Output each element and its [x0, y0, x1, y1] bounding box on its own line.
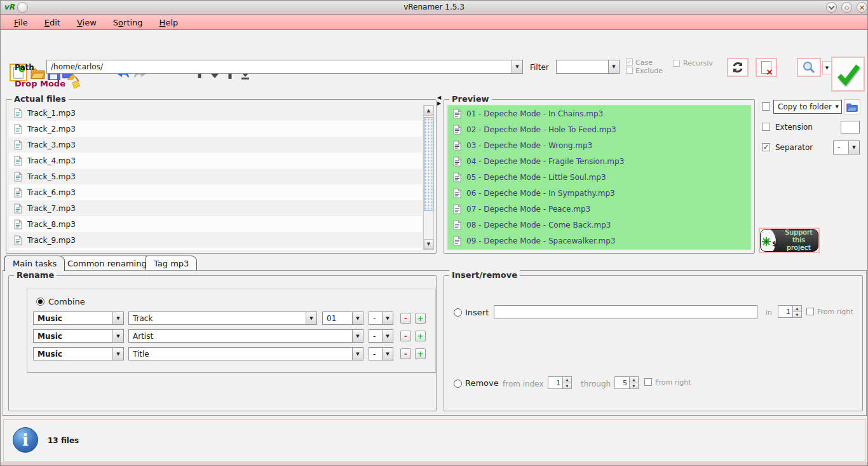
- actual-files-list[interactable]: Track_1.mp3 Track_2.mp3 Track_3.mp3 Trac…: [9, 105, 422, 250]
- chevron-down-icon[interactable]: ▼: [352, 348, 363, 360]
- separator-dropdown-button[interactable]: ▼: [848, 141, 859, 154]
- list-item[interactable]: 03 - Depeche Mode - Wrong.mp3: [448, 137, 750, 153]
- list-item[interactable]: Track_6.mp3: [9, 184, 422, 200]
- stepper-down-button[interactable]: ▼: [563, 383, 571, 389]
- remove-from-right-checkbox[interactable]: [644, 378, 652, 386]
- source-combo[interactable]: Music▼: [33, 347, 124, 360]
- number-combo[interactable]: 01▼: [322, 312, 363, 325]
- list-item[interactable]: Track_2.mp3: [9, 121, 422, 137]
- menu-sorting[interactable]: Sorting: [105, 17, 151, 29]
- vertical-scrollbar[interactable]: ▲ ▼: [423, 105, 434, 250]
- list-item[interactable]: 02 - Depeche Mode - Hole To Feed.mp3: [448, 121, 750, 137]
- stepper-up-button[interactable]: ▲: [563, 377, 571, 383]
- insert-position-stepper[interactable]: 1 ▲ ▼: [778, 305, 802, 318]
- separator-combo[interactable]: - ▼: [833, 140, 860, 154]
- extension-checkbox[interactable]: [762, 123, 770, 131]
- chevron-down-icon[interactable]: ▼: [112, 312, 123, 324]
- field-combo[interactable]: Track▼: [128, 312, 317, 325]
- chevron-down-icon[interactable]: ▼: [382, 330, 393, 342]
- remove-row-button[interactable]: -: [400, 348, 411, 359]
- menu-edit[interactable]: Edit: [36, 17, 69, 29]
- list-item[interactable]: 08 - Depeche Mode - Come Back.mp3: [448, 217, 750, 233]
- insert-radio[interactable]: [454, 308, 462, 317]
- add-row-button[interactable]: +: [415, 313, 426, 324]
- list-item[interactable]: Track_1.mp3: [9, 105, 422, 121]
- insert-text-input[interactable]: [494, 305, 757, 319]
- stepper-down-button[interactable]: ▼: [630, 383, 638, 389]
- tab-main-tasks[interactable]: Main tasks: [4, 256, 65, 271]
- chevron-down-icon[interactable]: ▼: [306, 312, 316, 324]
- combine-radio[interactable]: [36, 298, 44, 306]
- list-item[interactable]: Track_3.mp3: [9, 137, 422, 153]
- panel-splitter[interactable]: ◀ ▶: [437, 95, 443, 254]
- remove-row-button[interactable]: -: [400, 313, 411, 324]
- title-bar[interactable]: vR vRenamer 1.5.3 ◇ ×: [1, 1, 867, 15]
- menu-view[interactable]: View: [69, 17, 105, 29]
- stepper-up-button[interactable]: ▲: [793, 306, 801, 312]
- field-combo[interactable]: Title▼: [128, 347, 363, 360]
- scroll-up-button[interactable]: ▲: [424, 106, 433, 116]
- chevron-down-icon[interactable]: ▼: [382, 348, 393, 360]
- maximize-button[interactable]: ◇: [841, 2, 852, 13]
- tab-common-renamings[interactable]: Common renamings: [59, 256, 159, 270]
- path-dropdown-button[interactable]: ▼: [512, 60, 522, 73]
- list-item[interactable]: Track_9.mp3: [9, 232, 422, 248]
- stepper-up-button[interactable]: ▲: [630, 377, 638, 383]
- add-row-button[interactable]: +: [415, 348, 426, 359]
- case-checkbox[interactable]: ✓: [626, 58, 633, 65]
- add-row-button[interactable]: +: [415, 331, 426, 341]
- source-combo[interactable]: Music▼: [33, 312, 124, 325]
- insert-from-right-checkbox[interactable]: [806, 308, 814, 315]
- chevron-down-icon[interactable]: ▼: [352, 312, 363, 324]
- path-input[interactable]: /home/carlos/ ▼: [46, 60, 523, 74]
- chevron-down-icon[interactable]: ▼: [382, 312, 393, 324]
- list-item[interactable]: 06 - Depeche Mode - In Sympathy.mp3: [448, 185, 750, 201]
- refresh-button[interactable]: [727, 58, 749, 77]
- scrollbar-thumb[interactable]: [424, 117, 433, 211]
- splitter-collapse-left-icon[interactable]: ◀: [437, 95, 443, 100]
- splitter-collapse-right-icon[interactable]: ▶: [437, 100, 443, 106]
- row-separator-combo[interactable]: -▼: [369, 347, 393, 360]
- exclude-checkbox[interactable]: [626, 67, 633, 74]
- filter-combo[interactable]: ▼: [556, 60, 620, 74]
- preview-list[interactable]: 01 - Depeche Mode - In Chains.mp3 02 - D…: [447, 105, 751, 250]
- row-separator-combo[interactable]: -▼: [369, 312, 393, 325]
- minimize-button[interactable]: [826, 2, 837, 13]
- copy-to-folder-checkbox[interactable]: [762, 102, 770, 111]
- menu-file[interactable]: File: [6, 17, 36, 29]
- chevron-down-icon[interactable]: ▼: [112, 348, 123, 360]
- separator-checkbox[interactable]: ✓: [762, 143, 770, 151]
- tab-tag-mp3[interactable]: Tag mp3: [146, 256, 197, 270]
- preview-options-button[interactable]: ▼: [822, 61, 832, 74]
- list-item[interactable]: Track_7.mp3: [9, 200, 422, 216]
- choose-folder-button[interactable]: [844, 99, 860, 114]
- list-item[interactable]: 05 - Depeche Mode - Little Soul.mp3: [448, 169, 750, 185]
- chevron-down-icon[interactable]: ▼: [112, 330, 123, 342]
- chevron-down-icon[interactable]: ▼: [352, 330, 363, 342]
- extension-input[interactable]: [841, 121, 860, 134]
- menu-help[interactable]: Help: [151, 17, 187, 29]
- field-combo[interactable]: Artist▼: [128, 329, 363, 343]
- scroll-down-button[interactable]: ▼: [424, 239, 433, 249]
- close-button[interactable]: ×: [857, 2, 867, 13]
- list-item[interactable]: 04 - Depeche Mode - Fragile Tension.mp3: [448, 153, 750, 169]
- stepper-down-button[interactable]: ▼: [793, 312, 801, 318]
- list-item[interactable]: 01 - Depeche Mode - In Chains.mp3: [448, 106, 750, 121]
- list-item[interactable]: Track_8.mp3: [9, 216, 422, 232]
- clear-list-button[interactable]: ×: [756, 58, 777, 77]
- remove-radio[interactable]: [454, 380, 462, 388]
- remove-from-stepper[interactable]: 1 ▲ ▼: [548, 376, 572, 389]
- apply-rename-button[interactable]: [831, 57, 865, 92]
- copy-to-folder-combo[interactable]: Copy to folder ▼: [773, 100, 842, 114]
- preview-button[interactable]: [797, 58, 821, 77]
- list-item[interactable]: Track_5.mp3: [9, 168, 422, 184]
- row-separator-combo[interactable]: -▼: [369, 329, 393, 343]
- remove-row-button[interactable]: -: [400, 331, 411, 341]
- drop-mode-button[interactable]: [68, 76, 82, 92]
- source-combo[interactable]: Music▼: [33, 329, 124, 343]
- list-item[interactable]: 09 - Depeche Mode - Spacewalker.mp3: [448, 233, 750, 249]
- filter-dropdown-button[interactable]: ▼: [608, 60, 619, 73]
- recursiv-checkbox[interactable]: [673, 60, 680, 67]
- support-project-button[interactable]: $ Support this project: [760, 229, 818, 252]
- list-item[interactable]: 07 - Depeche Mode - Peace.mp3: [448, 201, 750, 217]
